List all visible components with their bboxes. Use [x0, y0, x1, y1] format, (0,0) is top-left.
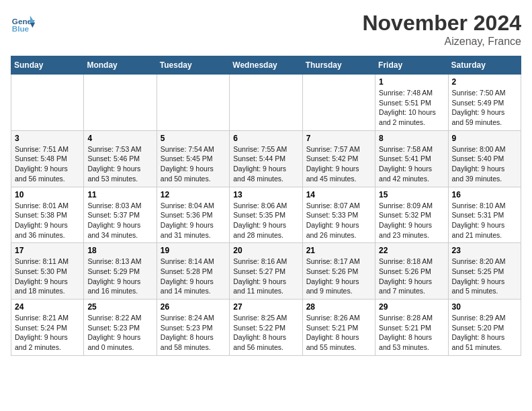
calendar-cell: 15Sunrise: 8:09 AM Sunset: 5:32 PM Dayli… — [375, 187, 448, 243]
calendar-cell: 7Sunrise: 7:57 AM Sunset: 5:42 PM Daylig… — [302, 130, 375, 187]
location: Aizenay, France — [362, 36, 521, 48]
day-number: 17 — [15, 246, 80, 255]
day-info: Sunrise: 8:00 AM Sunset: 5:40 PM Dayligh… — [452, 144, 517, 184]
day-number: 7 — [306, 134, 371, 143]
calendar-cell: 8Sunrise: 7:58 AM Sunset: 5:41 PM Daylig… — [375, 130, 448, 187]
day-number: 18 — [87, 246, 152, 255]
calendar-cell — [302, 75, 375, 131]
calendar-cell: 21Sunrise: 8:17 AM Sunset: 5:26 PM Dayli… — [302, 243, 375, 300]
month-title: November 2024 — [362, 11, 521, 36]
day-info: Sunrise: 7:58 AM Sunset: 5:41 PM Dayligh… — [379, 144, 444, 184]
day-number: 16 — [452, 190, 517, 199]
day-info: Sunrise: 8:22 AM Sunset: 5:23 PM Dayligh… — [87, 313, 152, 353]
day-number: 2 — [452, 77, 517, 87]
day-number: 12 — [161, 190, 226, 199]
day-number: 10 — [15, 190, 80, 199]
calendar-cell: 16Sunrise: 8:10 AM Sunset: 5:31 PM Dayli… — [448, 187, 521, 243]
day-info: Sunrise: 8:04 AM Sunset: 5:36 PM Dayligh… — [161, 201, 226, 240]
calendar-cell: 19Sunrise: 8:14 AM Sunset: 5:28 PM Dayli… — [157, 243, 229, 300]
day-info: Sunrise: 8:25 AM Sunset: 5:22 PM Dayligh… — [233, 313, 298, 353]
calendar-week-3: 10Sunrise: 8:01 AM Sunset: 5:38 PM Dayli… — [11, 187, 521, 243]
day-number: 6 — [233, 134, 298, 143]
calendar-cell — [230, 75, 302, 131]
calendar-cell: 3Sunrise: 7:51 AM Sunset: 5:48 PM Daylig… — [11, 130, 84, 187]
day-info: Sunrise: 7:54 AM Sunset: 5:45 PM Dayligh… — [161, 144, 226, 184]
day-info: Sunrise: 7:55 AM Sunset: 5:44 PM Dayligh… — [233, 144, 298, 184]
day-info: Sunrise: 8:03 AM Sunset: 5:37 PM Dayligh… — [87, 201, 152, 240]
column-header-monday: Monday — [84, 56, 157, 75]
calendar-cell: 10Sunrise: 8:01 AM Sunset: 5:38 PM Dayli… — [11, 187, 84, 243]
calendar-week-5: 24Sunrise: 8:21 AM Sunset: 5:24 PM Dayli… — [11, 300, 521, 356]
column-header-wednesday: Wednesday — [230, 56, 302, 75]
day-info: Sunrise: 8:20 AM Sunset: 5:25 PM Dayligh… — [452, 257, 517, 296]
calendar-cell: 23Sunrise: 8:20 AM Sunset: 5:25 PM Dayli… — [448, 243, 521, 300]
day-info: Sunrise: 8:21 AM Sunset: 5:24 PM Dayligh… — [15, 313, 80, 353]
day-number: 21 — [306, 246, 371, 255]
column-header-friday: Friday — [375, 56, 448, 75]
day-number: 14 — [306, 190, 371, 199]
calendar-week-2: 3Sunrise: 7:51 AM Sunset: 5:48 PM Daylig… — [11, 130, 521, 187]
calendar-header-row: SundayMondayTuesdayWednesdayThursdayFrid… — [11, 56, 521, 75]
day-info: Sunrise: 7:51 AM Sunset: 5:48 PM Dayligh… — [15, 144, 80, 184]
day-info: Sunrise: 8:07 AM Sunset: 5:33 PM Dayligh… — [306, 201, 371, 240]
calendar-cell: 25Sunrise: 8:22 AM Sunset: 5:23 PM Dayli… — [84, 300, 157, 356]
day-info: Sunrise: 8:11 AM Sunset: 5:30 PM Dayligh… — [15, 257, 80, 296]
calendar-cell: 1Sunrise: 7:48 AM Sunset: 5:51 PM Daylig… — [375, 75, 448, 131]
calendar-cell: 26Sunrise: 8:24 AM Sunset: 5:23 PM Dayli… — [157, 300, 229, 356]
day-info: Sunrise: 7:57 AM Sunset: 5:42 PM Dayligh… — [306, 144, 371, 184]
day-info: Sunrise: 8:28 AM Sunset: 5:21 PM Dayligh… — [379, 313, 444, 353]
calendar-cell: 20Sunrise: 8:16 AM Sunset: 5:27 PM Dayli… — [230, 243, 302, 300]
day-number: 15 — [379, 190, 444, 199]
day-info: Sunrise: 8:16 AM Sunset: 5:27 PM Dayligh… — [233, 257, 298, 296]
day-number: 28 — [306, 302, 371, 312]
calendar-cell: 14Sunrise: 8:07 AM Sunset: 5:33 PM Dayli… — [302, 187, 375, 243]
calendar-week-4: 17Sunrise: 8:11 AM Sunset: 5:30 PM Dayli… — [11, 243, 521, 300]
day-info: Sunrise: 8:01 AM Sunset: 5:38 PM Dayligh… — [15, 201, 80, 240]
calendar-cell: 30Sunrise: 8:29 AM Sunset: 5:20 PM Dayli… — [448, 300, 521, 356]
day-info: Sunrise: 7:48 AM Sunset: 5:51 PM Dayligh… — [379, 88, 444, 128]
calendar-cell: 24Sunrise: 8:21 AM Sunset: 5:24 PM Dayli… — [11, 300, 84, 356]
day-number: 9 — [452, 134, 517, 143]
day-info: Sunrise: 8:13 AM Sunset: 5:29 PM Dayligh… — [87, 257, 152, 296]
day-info: Sunrise: 8:10 AM Sunset: 5:31 PM Dayligh… — [452, 201, 517, 240]
day-info: Sunrise: 8:24 AM Sunset: 5:23 PM Dayligh… — [161, 313, 226, 353]
calendar-cell: 29Sunrise: 8:28 AM Sunset: 5:21 PM Dayli… — [375, 300, 448, 356]
day-info: Sunrise: 8:06 AM Sunset: 5:35 PM Dayligh… — [233, 201, 298, 240]
calendar-cell: 4Sunrise: 7:53 AM Sunset: 5:46 PM Daylig… — [84, 130, 157, 187]
day-info: Sunrise: 8:18 AM Sunset: 5:26 PM Dayligh… — [379, 257, 444, 296]
day-number: 27 — [233, 302, 298, 312]
day-info: Sunrise: 8:26 AM Sunset: 5:21 PM Dayligh… — [306, 313, 371, 353]
day-number: 26 — [161, 302, 226, 312]
day-number: 4 — [87, 134, 152, 143]
calendar-cell — [157, 75, 229, 131]
day-number: 3 — [15, 134, 80, 143]
day-info: Sunrise: 7:53 AM Sunset: 5:46 PM Dayligh… — [87, 144, 152, 184]
logo: General Blue — [11, 11, 35, 35]
calendar-cell: 13Sunrise: 8:06 AM Sunset: 5:35 PM Dayli… — [230, 187, 302, 243]
calendar-table: SundayMondayTuesdayWednesdayThursdayFrid… — [11, 56, 521, 356]
day-number: 20 — [233, 246, 298, 255]
calendar-cell: 9Sunrise: 8:00 AM Sunset: 5:40 PM Daylig… — [448, 130, 521, 187]
day-number: 19 — [161, 246, 226, 255]
column-header-thursday: Thursday — [302, 56, 375, 75]
day-number: 13 — [233, 190, 298, 199]
day-info: Sunrise: 8:17 AM Sunset: 5:26 PM Dayligh… — [306, 257, 371, 296]
calendar-cell: 17Sunrise: 8:11 AM Sunset: 5:30 PM Dayli… — [11, 243, 84, 300]
column-header-saturday: Saturday — [448, 56, 521, 75]
calendar-cell: 2Sunrise: 7:50 AM Sunset: 5:49 PM Daylig… — [448, 75, 521, 131]
day-number: 22 — [379, 246, 444, 255]
title-block: November 2024 Aizenay, France — [362, 11, 521, 48]
calendar-cell: 5Sunrise: 7:54 AM Sunset: 5:45 PM Daylig… — [157, 130, 229, 187]
day-number: 24 — [15, 302, 80, 312]
day-number: 25 — [87, 302, 152, 312]
calendar-cell: 6Sunrise: 7:55 AM Sunset: 5:44 PM Daylig… — [230, 130, 302, 187]
calendar-cell: 11Sunrise: 8:03 AM Sunset: 5:37 PM Dayli… — [84, 187, 157, 243]
calendar-week-1: 1Sunrise: 7:48 AM Sunset: 5:51 PM Daylig… — [11, 75, 521, 131]
logo-icon: General Blue — [11, 11, 35, 35]
calendar-cell — [11, 75, 84, 131]
svg-text:Blue: Blue — [12, 24, 30, 33]
column-header-sunday: Sunday — [11, 56, 84, 75]
day-info: Sunrise: 8:14 AM Sunset: 5:28 PM Dayligh… — [161, 257, 226, 296]
day-number: 30 — [452, 302, 517, 312]
calendar-cell: 27Sunrise: 8:25 AM Sunset: 5:22 PM Dayli… — [230, 300, 302, 356]
